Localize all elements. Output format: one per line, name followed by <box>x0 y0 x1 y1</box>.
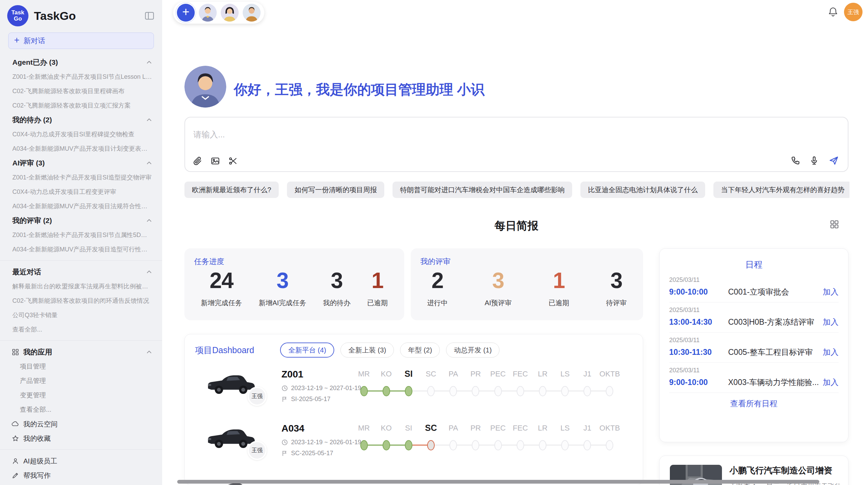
tool-label: AI超级员工 <box>23 457 153 466</box>
stat: 2 进行中 <box>427 270 448 308</box>
section-title: 最近对话 <box>12 267 41 277</box>
sidebar-list-item[interactable]: C02-飞腾新能源轻客改款项目的闭环通告反馈情况 <box>0 294 162 308</box>
schedule-time: 9:00-10:00 <box>669 378 728 387</box>
sidebar-list-item[interactable]: C02-飞腾新能源轻客改款项目里程碑画布 <box>0 84 162 98</box>
stat-label: 进行中 <box>427 298 448 308</box>
project-dates: 2023-12-19 ~ 2026-01-19 <box>281 439 361 446</box>
stat-value: 3 <box>611 270 623 291</box>
news-title: 小鹏飞行汽车制造公司增资 <box>730 465 832 476</box>
horizontal-scrollbar[interactable] <box>177 480 819 484</box>
schedule-time: 13:00-14:30 <box>669 318 728 327</box>
suggestion-chip[interactable]: 特朗普可能对进口汽车增税会对中国车企造成哪些影响 <box>393 182 572 198</box>
sidebar-list-item[interactable]: C0X4-动力总成开发项目SI里程碑提交物检查 <box>0 127 162 141</box>
stat-label: 我的待办 <box>323 298 350 308</box>
sidebar-app-item[interactable]: 产品管理 <box>0 374 162 388</box>
logo-text-top: Task <box>11 10 24 16</box>
sidebar-item-write-helper[interactable]: 帮我写作 <box>0 468 162 483</box>
sidebar-app-item[interactable]: 查看全部... <box>0 402 162 417</box>
clock-icon <box>281 439 288 446</box>
sidebar-item-favorites[interactable]: 我的收藏 <box>0 431 162 446</box>
suggestion-chip[interactable]: 比亚迪全固态电池计划具体说了什么 <box>580 182 705 198</box>
chevron-up-icon <box>146 269 153 275</box>
dashboard-tab[interactable]: 年型 (2) <box>400 343 440 358</box>
join-link[interactable]: 加入 <box>823 287 839 297</box>
schedule-date: 2025/03/11 <box>669 307 839 314</box>
new-chat-button[interactable]: + 新对话 <box>8 33 154 49</box>
stat: 3 我的待办 <box>323 270 350 308</box>
phone-icon[interactable] <box>790 156 800 165</box>
sidebar-list-item[interactable]: Z001-全新燃油轻卡产品开发项目SI造型提交物评审 <box>0 170 162 185</box>
send-icon[interactable] <box>829 156 839 166</box>
image-icon[interactable] <box>210 156 220 166</box>
sidebar-app-item[interactable]: 项目管理 <box>0 359 162 374</box>
sidebar-list-item[interactable]: 公司Q3轻卡销量 <box>0 308 162 322</box>
layout-grid-icon[interactable] <box>830 220 839 229</box>
sidebar-item-ai-employee[interactable]: AI超级员工 <box>0 454 162 468</box>
suggestion-chip[interactable]: 如何写一份清晰的项目周报 <box>287 182 384 198</box>
section-ai-review[interactable]: AI评审 (3) <box>0 156 162 170</box>
schedule-date: 2025/03/11 <box>669 367 839 374</box>
suggestion-chips: 欧洲新规最近颁布了什么? 如何写一份清晰的项目周报 特朗普可能对进口汽车增税会对… <box>184 182 849 198</box>
chevron-up-icon <box>146 349 153 356</box>
plus-icon: + <box>14 36 20 45</box>
schedule-title: C001-立项审批会 <box>728 287 823 297</box>
chevron-up-icon <box>146 217 153 224</box>
session-avatar[interactable] <box>199 4 217 22</box>
chat-input-box[interactable] <box>184 117 848 172</box>
attachment-icon[interactable] <box>193 156 202 166</box>
join-link[interactable]: 加入 <box>823 347 839 358</box>
grid-icon <box>12 348 19 356</box>
sidebar-list-item[interactable]: Z001-全新燃油皮卡产品开发项目SI节点Lesson Learn报告 <box>0 70 162 84</box>
sidebar-list-item[interactable]: A034-全新新能源MUV产品开发项目计划变更表编写 <box>0 141 162 156</box>
stat: 3 待评审 <box>606 270 627 308</box>
stat-value: 24 <box>209 270 233 291</box>
sidebar-app-item[interactable]: 变更管理 <box>0 388 162 402</box>
section-title: AI评审 (3) <box>12 158 45 168</box>
stat-value: 2 <box>432 270 444 291</box>
notification-bell-icon[interactable] <box>828 7 838 17</box>
project-dashboard-card: 项目Dashboard 全新平台 (4) 全新上装 (3) 年型 (2) 动总开… <box>184 334 643 485</box>
sidebar-list-item[interactable]: A034-全新新能源MUV产品开发项目法规符合性评审 <box>0 199 162 213</box>
join-link[interactable]: 加入 <box>823 377 839 388</box>
sidebar-item-creative-drawing[interactable]: 创意制图 <box>0 483 162 485</box>
add-session-button[interactable]: + <box>177 4 195 22</box>
suggestion-chip[interactable]: 当下年轻人对汽车外观有怎样的喜好趋势 <box>713 182 849 198</box>
flag-icon <box>281 450 288 457</box>
project-dates: 2023-12-19 ~ 2027-01-19 <box>281 385 361 392</box>
schedule-item: 2025/03/11 9:00-10:00 C001-立项审批会 加入 <box>669 272 839 302</box>
section-my-apps[interactable]: 我的应用 <box>0 345 162 359</box>
section-my-todo[interactable]: 我的待办 (2) <box>0 113 162 127</box>
dashboard-tab[interactable]: 全新平台 (4) <box>280 343 334 358</box>
schedule-item: 2025/03/11 13:00-14:30 C003|H0B-方案冻结评审 加… <box>669 302 839 333</box>
schedule-item: 2025/03/11 10:30-11:30 C005-整车工程目标评审 加入 <box>669 333 839 363</box>
section-title: Agent已办 (3) <box>12 58 58 67</box>
chat-input[interactable] <box>193 130 605 139</box>
sidebar-item-cloud[interactable]: 我的云空间 <box>0 417 162 431</box>
scissors-icon[interactable] <box>228 156 238 166</box>
stat-label: 已逾期 <box>548 298 569 308</box>
session-avatar[interactable] <box>243 4 261 22</box>
schedule-title: X003-车辆动力学性能验... <box>728 377 823 388</box>
sidebar-list-item[interactable]: C02-飞腾新能源轻客改款项目立项汇报方案 <box>0 98 162 113</box>
stat-value: 1 <box>553 270 565 291</box>
sidebar-list-item[interactable]: A034-全新新能源MUV产品开发项目造型可行性评审 <box>0 242 162 257</box>
microphone-icon[interactable] <box>809 156 819 165</box>
cloud-label: 我的云空间 <box>23 420 153 429</box>
sidebar-list-item[interactable]: 解释最新出台的欧盟报废车法规再生塑料比例被调至15%... <box>0 279 162 294</box>
dashboard-tab[interactable]: 全新上装 (3) <box>340 343 394 358</box>
section-recent-chats[interactable]: 最近对话 <box>0 265 162 279</box>
sidebar-list-item[interactable]: Z001-全新燃油轻卡产品开发项目SI节点属性5D文件评审 <box>0 228 162 242</box>
suggestion-chip[interactable]: 欧洲新规最近颁布了什么? <box>184 182 279 198</box>
section-my-review[interactable]: 我的评审 (2) <box>0 213 162 228</box>
sidebar-collapse-icon[interactable] <box>144 11 155 21</box>
section-agent-done[interactable]: Agent已办 (3) <box>0 55 162 70</box>
section-title: 我的应用 <box>23 347 142 357</box>
sidebar-list-item[interactable]: C0X4-动力总成开发项目工程变更评审 <box>0 185 162 199</box>
recent-view-all[interactable]: 查看全部... <box>0 322 162 337</box>
session-avatar[interactable] <box>221 4 239 22</box>
user-avatar[interactable]: 王强 <box>844 3 863 21</box>
dashboard-tab[interactable]: 动总开发 (1) <box>446 343 499 358</box>
join-link[interactable]: 加入 <box>823 317 839 327</box>
view-all-schedule-link[interactable]: 查看所有日程 <box>669 393 839 409</box>
stat-label: 已逾期 <box>367 298 388 308</box>
